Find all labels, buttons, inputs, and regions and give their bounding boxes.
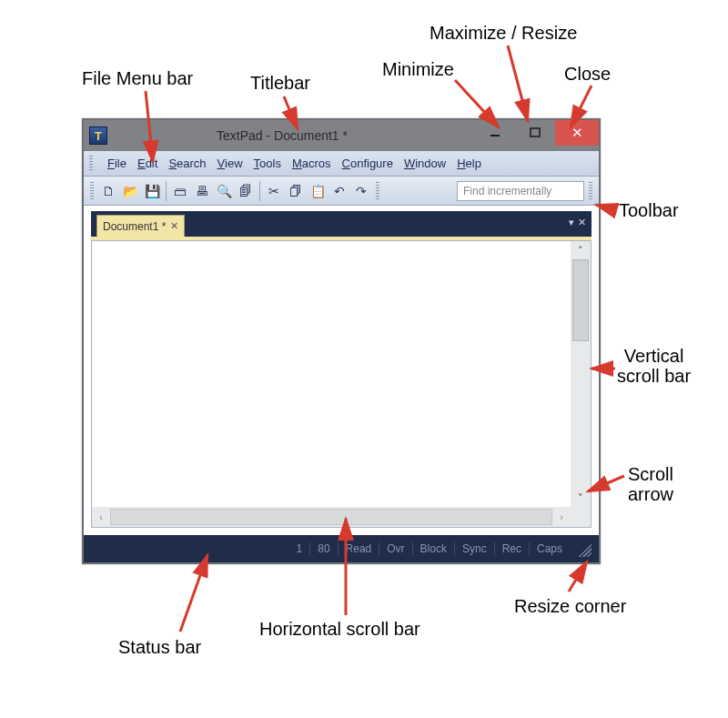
annotation-file-menu-bar: File Menu bar — [82, 68, 193, 88]
editor-body: ˄ ˅ ‹ › — [91, 240, 592, 528]
svg-rect-1 — [531, 128, 540, 137]
status-rec: Rec — [494, 542, 529, 555]
svg-line-5 — [508, 46, 528, 121]
status-caps: Caps — [529, 542, 570, 555]
document-tab[interactable]: Document1 * ✕ — [96, 215, 185, 237]
resize-grip-icon[interactable] — [575, 541, 592, 557]
svg-line-10 — [569, 561, 587, 592]
status-line: 1 — [289, 542, 310, 555]
vscroll-track[interactable] — [571, 259, 591, 489]
toolbar-grip-icon[interactable] — [589, 182, 592, 200]
text-area[interactable] — [92, 241, 571, 507]
tab-strip-controls: ▾ ✕ — [569, 217, 586, 228]
annotation-minimize: Minimize — [382, 59, 454, 79]
find-button[interactable]: 🗐 — [236, 181, 256, 201]
menu-edit[interactable]: Edit — [137, 157, 157, 170]
annotation-close: Close — [564, 64, 611, 84]
print-icon: 🖶 — [196, 184, 208, 198]
vscroll-thumb[interactable] — [572, 259, 589, 341]
titlebar[interactable]: T TextPad - Document1 * ✕ — [84, 120, 599, 151]
copy-icon: 🗍 — [289, 184, 302, 198]
scroll-down-arrow-icon[interactable]: ˅ — [571, 489, 591, 507]
hscroll-thumb[interactable] — [110, 509, 552, 525]
app-window: T TextPad - Document1 * ✕ File Edit Sear… — [82, 118, 601, 564]
tab-close-all-icon[interactable]: ✕ — [578, 217, 586, 228]
scroll-right-arrow-icon[interactable]: › — [552, 507, 571, 527]
annotation-titlebar: Titlebar — [250, 73, 310, 93]
print-preview-button[interactable]: 🔍 — [214, 181, 234, 201]
scroll-up-arrow-icon[interactable]: ˄ — [571, 241, 591, 259]
save-button[interactable]: 💾 — [142, 181, 162, 201]
annotation-toolbar: Toolbar — [619, 200, 679, 220]
cut-button[interactable]: ✂ — [264, 181, 284, 201]
undo-icon: ↶ — [334, 184, 345, 198]
menu-view[interactable]: View — [217, 157, 243, 170]
print-preview-icon: 🔍 — [217, 184, 232, 198]
menubar-grip-icon[interactable] — [89, 156, 93, 172]
redo-button[interactable]: ↷ — [351, 181, 371, 201]
open-file-button[interactable]: 📂 — [120, 181, 140, 201]
menu-configure[interactable]: Configure — [342, 157, 393, 170]
redo-icon: ↷ — [356, 184, 367, 198]
new-file-button[interactable]: 🗋 — [98, 181, 118, 201]
toolbar: 🗋 📂 💾 🗃 🖶 🔍 🗐 ✂ 🗍 📋 ↶ ↷ Find incremental… — [84, 177, 599, 206]
status-read: Read — [338, 542, 379, 555]
close-icon: ✕ — [571, 125, 583, 141]
status-col: 80 — [309, 542, 337, 555]
minimize-button[interactable] — [475, 120, 515, 144]
menu-search[interactable]: Search — [168, 157, 206, 170]
document-tab-row: Document1 * ✕ ▾ ✕ — [91, 211, 592, 237]
copy-button[interactable]: 🗍 — [286, 181, 306, 201]
save-icon: 💾 — [145, 184, 160, 198]
find-input[interactable]: Find incrementally — [457, 181, 584, 201]
maximize-button[interactable] — [515, 120, 555, 144]
annotation-vscroll: Vertical scroll bar — [617, 346, 691, 386]
window-title: TextPad - Document1 * — [89, 128, 475, 143]
horizontal-scrollbar[interactable]: ‹ › — [92, 507, 571, 527]
save-all-icon: 🗃 — [174, 184, 187, 198]
status-block: Block — [412, 542, 454, 555]
status-sync: Sync — [454, 542, 494, 555]
menu-help[interactable]: Help — [457, 157, 481, 170]
print-button[interactable]: 🖶 — [192, 181, 212, 201]
annotation-hscroll: Horizontal scroll bar — [259, 619, 420, 639]
annotation-resize-corner: Resize corner — [514, 596, 626, 616]
tab-close-icon[interactable]: ✕ — [170, 220, 178, 232]
annotation-maximize: Maximize / Resize — [430, 23, 577, 43]
cut-icon: ✂ — [268, 184, 279, 198]
new-file-icon: 🗋 — [102, 184, 115, 198]
document-tab-label: Document1 * — [103, 220, 166, 233]
save-all-button[interactable]: 🗃 — [170, 181, 190, 201]
menu-macros[interactable]: Macros — [292, 157, 331, 170]
annotation-scroll-arrow: Scroll arrow — [628, 464, 673, 504]
scroll-left-arrow-icon[interactable]: ‹ — [92, 507, 110, 527]
vertical-scrollbar[interactable]: ˄ ˅ — [571, 241, 591, 507]
menu-tools[interactable]: Tools — [254, 157, 281, 170]
hscroll-track[interactable] — [110, 507, 552, 527]
menu-window[interactable]: Window — [404, 157, 446, 170]
paste-button[interactable]: 📋 — [308, 181, 328, 201]
minimize-icon — [490, 126, 500, 137]
svg-line-12 — [180, 555, 207, 632]
status-bar: 1 80 Read Ovr Block Sync Rec Caps — [84, 535, 599, 562]
find-icon: 🗐 — [239, 184, 252, 198]
annotation-statusbar: Status bar — [118, 637, 201, 657]
menu-bar: File Edit Search View Tools Macros Confi… — [84, 151, 599, 177]
maximize-icon — [530, 126, 541, 137]
toolbar-sep — [166, 181, 167, 201]
toolbar-grip-icon[interactable] — [376, 182, 379, 200]
editor-area: ˄ ˅ ‹ › — [91, 237, 592, 528]
menu-file[interactable]: File — [107, 157, 126, 170]
toolbar-grip-icon[interactable] — [90, 182, 94, 200]
close-button[interactable]: ✕ — [555, 120, 599, 146]
window-controls: ✕ — [475, 120, 599, 151]
find-placeholder: Find incrementally — [463, 185, 551, 197]
tab-dropdown-icon[interactable]: ▾ — [569, 217, 574, 228]
undo-button[interactable]: ↶ — [329, 181, 349, 201]
scroll-corner — [571, 507, 591, 527]
status-ovr: Ovr — [379, 542, 411, 555]
open-file-icon: 📂 — [123, 184, 138, 198]
toolbar-sep — [259, 181, 260, 201]
paste-icon: 📋 — [310, 184, 326, 198]
